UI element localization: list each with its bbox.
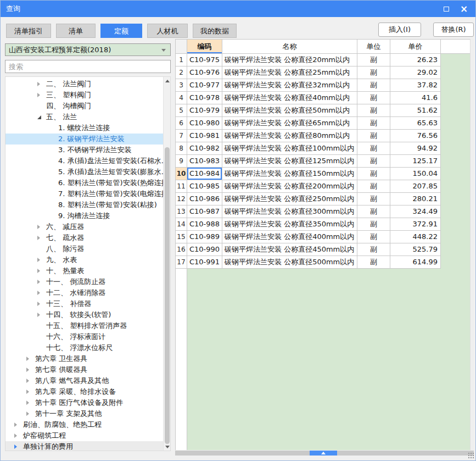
code-cell[interactable]: C10-988 <box>187 218 222 231</box>
num-cell[interactable]: 12 <box>176 193 187 205</box>
num-cell[interactable]: 2 <box>176 66 187 79</box>
unit-cell[interactable]: 副 <box>357 130 390 142</box>
tree-scrollbar-thumb[interactable] <box>165 147 170 444</box>
tree-item[interactable]: 三、 塑料阀门 <box>5 90 170 101</box>
code-cell[interactable]: C10-978 <box>187 92 222 104</box>
name-cell[interactable]: 碳钢平焊法兰安装 公称直径250mm以内 <box>222 193 357 205</box>
name-cell[interactable]: 碳钢平焊法兰安装 公称直径450mm以内 <box>222 243 357 256</box>
tree-item[interactable]: 第八章 燃气器具及其他 <box>5 375 170 386</box>
price-cell[interactable]: 37.82 <box>390 79 441 92</box>
tree-item[interactable]: 刷油、防腐蚀、绝热工程 <box>5 419 170 430</box>
tab-list-guide[interactable]: 清单指引 <box>6 24 51 38</box>
code-cell[interactable]: C10-981 <box>187 130 222 142</box>
tree-item[interactable]: 第六章 卫生器具 <box>5 353 170 364</box>
num-cell[interactable]: 14 <box>176 218 187 231</box>
maximize-button[interactable] <box>438 1 455 17</box>
num-cell[interactable]: 17 <box>176 256 187 269</box>
price-cell[interactable]: 51.62 <box>390 104 441 117</box>
code-cell[interactable]: C10-975 <box>187 54 222 66</box>
name-cell[interactable]: 碳钢平焊法兰安装 公称直径125mm以内 <box>222 155 357 168</box>
table-row[interactable]: 16C10-990碳钢平焊法兰安装 公称直径450mm以内副525.79 <box>176 243 470 256</box>
tree-item[interactable]: 第七章 供暖器具 <box>5 364 170 375</box>
name-cell[interactable]: 碳钢平焊法兰安装 公称直径80mm以内 <box>222 130 357 142</box>
table-row[interactable]: 9C10-983碳钢平焊法兰安装 公称直径125mm以内副125.17 <box>176 155 470 168</box>
tree-item[interactable]: 二、 法兰阀门 <box>5 79 170 90</box>
tree-item[interactable]: 六、 减压器 <box>5 221 170 232</box>
num-cell[interactable]: 16 <box>176 243 187 256</box>
unit-cell[interactable]: 副 <box>357 180 390 193</box>
table-row[interactable]: 11C10-985碳钢平焊法兰安装 公称直径200mm以内副207.85 <box>176 180 470 193</box>
num-cell[interactable]: 8 <box>176 142 187 155</box>
table-row[interactable]: 1C10-975碳钢平焊法兰安装 公称直径20mm以内副26.23 <box>176 54 470 66</box>
name-cell[interactable]: 碳钢平焊法兰安装 公称直径500mm以内 <box>222 256 357 269</box>
tree-item[interactable]: 8. 塑料法兰(带短管)安装(粘接) <box>5 199 170 210</box>
unit-cell[interactable]: 副 <box>357 92 390 104</box>
unit-cell[interactable]: 副 <box>357 205 390 218</box>
tree-item[interactable]: 十五、 塑料排水管消声器 <box>5 320 170 331</box>
tree-item[interactable]: 第九章 采暖、给排水设备 <box>5 386 170 397</box>
code-cell[interactable]: C10-991 <box>187 256 222 269</box>
name-cell[interactable]: 碳钢平焊法兰安装 公称直径400mm以内 <box>222 231 357 243</box>
tree-item[interactable]: 炉窑砌筑工程 <box>5 430 170 441</box>
price-cell[interactable]: 26.23 <box>390 54 441 66</box>
tab-list[interactable]: 清单 <box>56 24 96 38</box>
tab-my-data[interactable]: 我的数据 <box>193 24 237 38</box>
table-row[interactable]: 7C10-981碳钢平焊法兰安装 公称直径80mm以内副76.56 <box>176 130 470 142</box>
unit-cell[interactable]: 副 <box>357 231 390 243</box>
code-cell[interactable]: C10-989 <box>187 231 222 243</box>
tree-item[interactable]: 6. 塑料法兰(带短管)安装(热熔连接) <box>5 177 170 188</box>
num-cell[interactable]: 5 <box>176 104 187 117</box>
name-cell[interactable]: 碳钢平焊法兰安装 公称直径350mm以内 <box>222 218 357 231</box>
tree-item[interactable]: 3. 不锈钢平焊法兰安装 <box>5 145 170 155</box>
price-column-header[interactable]: 单价 <box>390 40 441 54</box>
unit-cell[interactable]: 副 <box>357 256 390 269</box>
tree-item[interactable]: 十、 热量表 <box>5 265 170 276</box>
price-cell[interactable]: 207.85 <box>390 180 441 193</box>
price-cell[interactable]: 76.56 <box>390 130 441 142</box>
table-row[interactable]: 10C10-984碳钢平焊法兰安装 公称直径150mm以内副150.04 <box>176 168 470 180</box>
name-cell[interactable]: 碳钢平焊法兰安装 公称直径25mm以内 <box>222 66 357 79</box>
name-column-header[interactable]: 名称 <box>222 40 357 54</box>
price-cell[interactable]: 448.22 <box>390 231 441 243</box>
name-cell[interactable]: 碳钢平焊法兰安装 公称直径40mm以内 <box>222 92 357 104</box>
table-row[interactable]: 12C10-986碳钢平焊法兰安装 公称直径250mm以内副280.21 <box>176 193 470 205</box>
table-row[interactable]: 8C10-982碳钢平焊法兰安装 公称直径100mm以内副94.92 <box>176 142 470 155</box>
tree-item[interactable]: 9. 沟槽法兰连接 <box>5 210 170 221</box>
expand-arrow-icon[interactable] <box>14 445 23 449</box>
expand-arrow-icon[interactable] <box>37 291 46 295</box>
code-column-header[interactable]: 编码 <box>187 40 222 54</box>
tree-item[interactable]: 5. 承(插)盘法兰短管安装(膨胀水... <box>5 166 170 177</box>
code-cell[interactable]: C10-984 <box>187 168 222 180</box>
tab-labor-material[interactable]: 人材机 <box>147 24 188 38</box>
tree-item[interactable]: 十七、 浮漂水位标尺 <box>5 342 170 353</box>
tree-scrollbar[interactable] <box>163 77 170 451</box>
resize-grip[interactable] <box>468 452 474 459</box>
tree-item[interactable]: 四、 沟槽阀门 <box>5 101 170 112</box>
table-row[interactable]: 2C10-976碳钢平焊法兰安装 公称直径25mm以内副29.02 <box>176 66 470 79</box>
name-cell[interactable]: 碳钢平焊法兰安装 公称直径150mm以内 <box>222 168 357 180</box>
insert-button[interactable]: 插入(I) <box>378 23 421 37</box>
unit-cell[interactable]: 副 <box>357 168 390 180</box>
price-cell[interactable]: 65.63 <box>390 117 441 130</box>
search-input[interactable] <box>5 60 171 73</box>
table-scrollbar-track[interactable] <box>470 39 474 450</box>
unit-cell[interactable]: 副 <box>357 142 390 155</box>
expand-arrow-icon[interactable] <box>37 258 46 262</box>
price-cell[interactable]: 41.6 <box>390 92 441 104</box>
code-cell[interactable]: C10-979 <box>187 104 222 117</box>
scroll-up-icon[interactable] <box>164 77 171 85</box>
table-row[interactable]: 17C10-991碳钢平焊法兰安装 公称直径500mm以内副614.99 <box>176 256 470 269</box>
unit-cell[interactable]: 副 <box>357 243 390 256</box>
quota-book-dropdown[interactable]: 山西省安装工程预算定额(2018) <box>5 43 171 56</box>
num-cell[interactable]: 9 <box>176 155 187 168</box>
tree-item[interactable]: 1. 螺纹法兰连接 <box>5 123 170 134</box>
expand-arrow-icon[interactable] <box>37 82 46 86</box>
expand-arrow-icon[interactable] <box>26 357 35 361</box>
splitter-collapse-handle[interactable] <box>310 451 337 456</box>
num-cell[interactable]: 6 <box>176 117 187 130</box>
unit-cell[interactable]: 副 <box>357 104 390 117</box>
expand-arrow-icon[interactable] <box>37 269 46 273</box>
num-cell[interactable]: 13 <box>176 205 187 218</box>
table-row[interactable]: 15C10-989碳钢平焊法兰安装 公称直径400mm以内副448.22 <box>176 231 470 243</box>
table-row[interactable]: 6C10-980碳钢平焊法兰安装 公称直径65mm以内副65.63 <box>176 117 470 130</box>
